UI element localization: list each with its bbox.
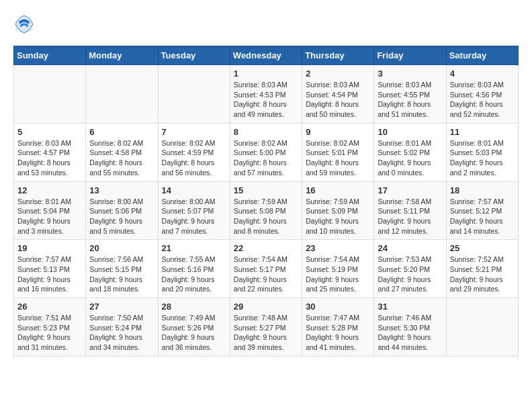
- day-number: 7: [162, 127, 226, 137]
- day-number: 12: [17, 185, 82, 195]
- day-number: 3: [378, 68, 442, 79]
- cell-content: Sunrise: 8:03 AM Sunset: 4:56 PM Dayligh…: [450, 80, 515, 120]
- calendar-cell: 31Sunrise: 7:46 AM Sunset: 5:30 PM Dayli…: [374, 298, 446, 357]
- cell-content: Sunrise: 8:00 AM Sunset: 5:06 PM Dayligh…: [89, 197, 154, 236]
- logo: [13, 13, 38, 35]
- day-number: 1: [234, 68, 298, 79]
- cell-content: Sunrise: 7:59 AM Sunset: 5:09 PM Dayligh…: [306, 197, 370, 236]
- cell-content: Sunrise: 7:47 AM Sunset: 5:28 PM Dayligh…: [306, 313, 370, 353]
- cell-content: Sunrise: 7:54 AM Sunset: 5:19 PM Dayligh…: [306, 255, 370, 294]
- cell-content: Sunrise: 8:01 AM Sunset: 5:02 PM Dayligh…: [378, 138, 442, 178]
- day-number: 26: [17, 302, 82, 312]
- calendar-week-row: 19Sunrise: 7:57 AM Sunset: 5:13 PM Dayli…: [14, 240, 519, 298]
- day-number: 21: [162, 243, 226, 253]
- logo-icon: [13, 13, 35, 35]
- day-number: 25: [450, 243, 515, 253]
- cell-content: Sunrise: 7:57 AM Sunset: 5:12 PM Dayligh…: [450, 197, 515, 236]
- cell-content: Sunrise: 8:02 AM Sunset: 4:59 PM Dayligh…: [162, 138, 226, 178]
- cell-content: Sunrise: 7:49 AM Sunset: 5:26 PM Dayligh…: [162, 313, 226, 353]
- day-number: 10: [378, 127, 442, 137]
- page-header: [13, 13, 519, 35]
- day-number: 8: [234, 127, 298, 137]
- calendar-cell: 15Sunrise: 7:59 AM Sunset: 5:08 PM Dayli…: [230, 181, 302, 240]
- calendar-cell: 2Sunrise: 8:03 AM Sunset: 4:54 PM Daylig…: [302, 65, 374, 124]
- day-number: 18: [450, 185, 515, 195]
- cell-content: Sunrise: 7:50 AM Sunset: 5:24 PM Dayligh…: [89, 313, 154, 353]
- day-header-friday: Friday: [374, 46, 446, 65]
- calendar-week-row: 5Sunrise: 8:03 AM Sunset: 4:57 PM Daylig…: [14, 123, 519, 181]
- cell-content: Sunrise: 7:46 AM Sunset: 5:30 PM Dayligh…: [378, 313, 442, 353]
- day-number: 4: [450, 68, 515, 79]
- day-number: 9: [306, 127, 370, 137]
- cell-content: Sunrise: 8:00 AM Sunset: 5:07 PM Dayligh…: [162, 197, 226, 236]
- calendar-cell: 23Sunrise: 7:54 AM Sunset: 5:19 PM Dayli…: [302, 240, 374, 298]
- day-number: 13: [89, 185, 154, 195]
- calendar-cell: 5Sunrise: 8:03 AM Sunset: 4:57 PM Daylig…: [14, 123, 86, 181]
- day-number: 11: [450, 127, 515, 137]
- day-number: 19: [17, 243, 82, 253]
- calendar-table: SundayMondayTuesdayWednesdayThursdayFrid…: [13, 46, 519, 357]
- cell-content: Sunrise: 8:02 AM Sunset: 4:58 PM Dayligh…: [89, 138, 154, 178]
- cell-content: Sunrise: 8:03 AM Sunset: 4:54 PM Dayligh…: [306, 80, 370, 120]
- day-number: 16: [306, 185, 370, 195]
- calendar-header-row: SundayMondayTuesdayWednesdayThursdayFrid…: [14, 46, 519, 65]
- cell-content: Sunrise: 8:03 AM Sunset: 4:55 PM Dayligh…: [378, 80, 442, 120]
- calendar-cell: 16Sunrise: 7:59 AM Sunset: 5:09 PM Dayli…: [302, 181, 374, 240]
- day-number: 20: [89, 243, 154, 253]
- calendar-cell: 28Sunrise: 7:49 AM Sunset: 5:26 PM Dayli…: [158, 298, 230, 357]
- calendar-cell: [86, 65, 158, 124]
- cell-content: Sunrise: 7:48 AM Sunset: 5:27 PM Dayligh…: [234, 313, 298, 353]
- cell-content: Sunrise: 7:52 AM Sunset: 5:21 PM Dayligh…: [450, 255, 515, 294]
- calendar-cell: 20Sunrise: 7:56 AM Sunset: 5:15 PM Dayli…: [86, 240, 158, 298]
- calendar-cell: [446, 298, 518, 357]
- day-number: 24: [378, 243, 442, 253]
- cell-content: Sunrise: 7:57 AM Sunset: 5:13 PM Dayligh…: [17, 255, 82, 294]
- cell-content: Sunrise: 8:01 AM Sunset: 5:04 PM Dayligh…: [17, 197, 82, 236]
- cell-content: Sunrise: 7:55 AM Sunset: 5:16 PM Dayligh…: [162, 255, 226, 294]
- day-number: 23: [306, 243, 370, 253]
- day-number: 14: [162, 185, 226, 195]
- day-header-monday: Monday: [86, 46, 158, 65]
- calendar-cell: 11Sunrise: 8:01 AM Sunset: 5:03 PM Dayli…: [446, 123, 518, 181]
- cell-content: Sunrise: 7:58 AM Sunset: 5:11 PM Dayligh…: [378, 197, 442, 236]
- day-number: 31: [378, 302, 442, 312]
- calendar-cell: 8Sunrise: 8:02 AM Sunset: 5:00 PM Daylig…: [230, 123, 302, 181]
- calendar-cell: 25Sunrise: 7:52 AM Sunset: 5:21 PM Dayli…: [446, 240, 518, 298]
- calendar-cell: 27Sunrise: 7:50 AM Sunset: 5:24 PM Dayli…: [86, 298, 158, 357]
- calendar-cell: 24Sunrise: 7:53 AM Sunset: 5:20 PM Dayli…: [374, 240, 446, 298]
- cell-content: Sunrise: 8:01 AM Sunset: 5:03 PM Dayligh…: [450, 138, 515, 178]
- day-number: 2: [306, 68, 370, 79]
- calendar-week-row: 1Sunrise: 8:03 AM Sunset: 4:53 PM Daylig…: [14, 65, 519, 124]
- day-number: 6: [89, 127, 154, 137]
- cell-content: Sunrise: 7:54 AM Sunset: 5:17 PM Dayligh…: [234, 255, 298, 294]
- cell-content: Sunrise: 8:03 AM Sunset: 4:53 PM Dayligh…: [234, 80, 298, 120]
- calendar-cell: 17Sunrise: 7:58 AM Sunset: 5:11 PM Dayli…: [374, 181, 446, 240]
- day-number: 22: [234, 243, 298, 253]
- day-number: 17: [378, 185, 442, 195]
- calendar-cell: 30Sunrise: 7:47 AM Sunset: 5:28 PM Dayli…: [302, 298, 374, 357]
- day-header-sunday: Sunday: [14, 46, 86, 65]
- calendar-cell: [14, 65, 86, 124]
- calendar-cell: 1Sunrise: 8:03 AM Sunset: 4:53 PM Daylig…: [230, 65, 302, 124]
- calendar-cell: [158, 65, 230, 124]
- day-header-thursday: Thursday: [302, 46, 374, 65]
- cell-content: Sunrise: 8:02 AM Sunset: 5:00 PM Dayligh…: [234, 138, 298, 178]
- calendar-cell: 19Sunrise: 7:57 AM Sunset: 5:13 PM Dayli…: [14, 240, 86, 298]
- cell-content: Sunrise: 8:03 AM Sunset: 4:57 PM Dayligh…: [17, 138, 82, 178]
- calendar-cell: 22Sunrise: 7:54 AM Sunset: 5:17 PM Dayli…: [230, 240, 302, 298]
- day-header-saturday: Saturday: [446, 46, 518, 65]
- calendar-week-row: 26Sunrise: 7:51 AM Sunset: 5:23 PM Dayli…: [14, 298, 519, 357]
- calendar-cell: 18Sunrise: 7:57 AM Sunset: 5:12 PM Dayli…: [446, 181, 518, 240]
- day-number: 28: [162, 302, 226, 312]
- calendar-cell: 6Sunrise: 8:02 AM Sunset: 4:58 PM Daylig…: [86, 123, 158, 181]
- calendar-cell: 14Sunrise: 8:00 AM Sunset: 5:07 PM Dayli…: [158, 181, 230, 240]
- cell-content: Sunrise: 7:56 AM Sunset: 5:15 PM Dayligh…: [89, 255, 154, 294]
- calendar-cell: 7Sunrise: 8:02 AM Sunset: 4:59 PM Daylig…: [158, 123, 230, 181]
- day-number: 30: [306, 302, 370, 312]
- day-header-tuesday: Tuesday: [158, 46, 230, 65]
- calendar-week-row: 12Sunrise: 8:01 AM Sunset: 5:04 PM Dayli…: [14, 181, 519, 240]
- day-number: 5: [17, 127, 82, 137]
- day-number: 15: [234, 185, 298, 195]
- calendar-cell: 26Sunrise: 7:51 AM Sunset: 5:23 PM Dayli…: [14, 298, 86, 357]
- calendar-cell: 10Sunrise: 8:01 AM Sunset: 5:02 PM Dayli…: [374, 123, 446, 181]
